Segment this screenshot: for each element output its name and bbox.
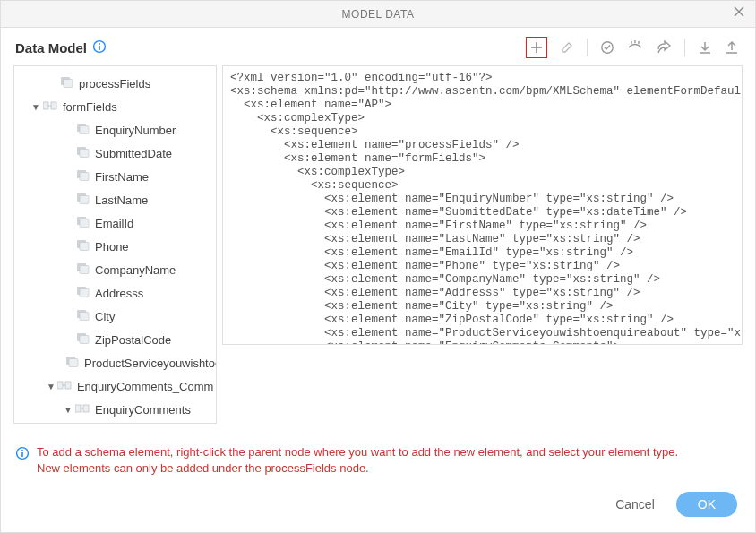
hint-row: To add a schema element, right-click the… [1,439,755,477]
svg-rect-10 [80,125,89,133]
tree-item[interactable]: CompanyName [14,258,216,281]
hint-line2: New elements can only be added under the… [37,460,678,477]
add-button[interactable] [526,37,547,58]
separator [684,39,685,56]
model-data-dialog: MODEL DATA Data Model [0,0,756,533]
tree-item-label: Phone [95,240,129,254]
cancel-button[interactable]: Cancel [615,497,655,512]
tree-item-label: LastName [95,193,148,207]
tree-item-label: ZipPostalCode [95,333,171,347]
svg-rect-30 [69,358,78,366]
svg-rect-14 [80,172,89,180]
share-icon[interactable] [656,40,672,55]
tree-item-label: EmailId [95,217,133,230]
tree-item[interactable]: Phone [14,235,216,258]
caret-icon[interactable]: ▼ [47,382,56,391]
element-icon [77,333,90,347]
separator [587,39,588,56]
element-icon [66,357,79,370]
svg-point-1 [99,43,100,45]
download-icon[interactable] [698,40,712,55]
svg-rect-18 [80,219,89,227]
titlebar: MODEL DATA [1,1,755,28]
svg-rect-6 [43,102,48,109]
svg-rect-31 [57,382,63,389]
group-icon [43,100,57,114]
tree-item[interactable]: Addresss [14,281,216,305]
svg-rect-2 [99,46,100,50]
close-icon[interactable] [730,4,748,22]
content-area: processFields▼formFieldsEnquiryNumberSub… [1,64,755,439]
svg-rect-16 [80,195,89,203]
tree-item[interactable]: LastName [14,188,216,211]
svg-rect-5 [64,79,73,87]
svg-rect-24 [80,288,89,297]
dialog-title: MODEL DATA [1,8,755,21]
visibility-off-icon[interactable] [627,40,643,55]
tree-item[interactable]: FirstName [14,165,216,188]
tree-item-label: CompanyName [95,263,176,277]
element-icon [77,263,90,277]
svg-rect-12 [80,149,89,157]
tree-item-label: SubmittedDate [95,147,172,160]
footer: Cancel OK [1,477,755,532]
svg-rect-32 [65,382,71,389]
element-icon [77,193,90,207]
group-icon [57,380,72,393]
svg-rect-20 [80,242,89,250]
tree-item-label: ProductServiceyouwishtoe [84,357,216,370]
validate-icon[interactable] [600,40,614,55]
group-icon [75,403,90,417]
svg-rect-22 [80,265,89,273]
element-icon [77,170,90,184]
tree-item[interactable]: ▼formFields [14,95,216,118]
element-icon [77,217,90,230]
header-row: Data Model [1,28,755,64]
tree-panel[interactable]: processFields▼formFieldsEnquiryNumberSub… [13,65,217,424]
tree-item-label: EnquiryComments_Comm [77,380,213,393]
tree-item-label: EnquiryNumber [95,124,176,137]
svg-point-38 [21,450,23,451]
tree-item[interactable]: ▼EnquiryComments [14,398,216,421]
toolbar [526,37,741,58]
tree-item-label: Addresss [95,287,143,300]
hint-line1: To add a schema element, right-click the… [37,444,678,460]
element-icon [77,287,90,300]
svg-rect-39 [21,452,23,457]
edit-icon[interactable] [560,40,574,55]
hint-text: To add a schema element, right-click the… [37,444,678,477]
tree-item-label: City [95,310,115,323]
element-icon [61,77,73,90]
tree-item[interactable]: ▼EnquiryComments_Comm [14,374,216,398]
tree-item-label: formFields [63,100,117,114]
svg-rect-28 [80,335,89,343]
ok-button[interactable]: OK [676,492,737,517]
tree-item[interactable]: EmailId [14,211,216,235]
caret-icon[interactable]: ▼ [63,405,73,415]
element-icon [77,147,90,160]
xml-panel[interactable]: <?xml version="1.0" encoding="utf-16"?> … [222,65,743,345]
info-icon[interactable] [92,39,107,56]
page-title: Data Model [15,40,87,56]
element-icon [77,124,90,137]
svg-rect-26 [80,312,89,320]
tree-item[interactable]: SubmittedDate [14,142,216,165]
svg-rect-35 [83,405,89,412]
info-icon [15,446,30,463]
caret-icon[interactable]: ▼ [30,102,41,112]
element-icon [77,310,90,323]
tree-item[interactable]: ProductServiceyouwishtoe [14,351,216,374]
tree-item[interactable]: EnquiryNumber [14,118,216,142]
upload-icon[interactable] [725,40,739,55]
tree-item-label: EnquiryComments [95,403,191,417]
svg-rect-34 [75,405,81,412]
tree-item[interactable]: processFields [14,72,216,95]
tree-item[interactable]: ZipPostalCode [14,328,216,351]
svg-rect-7 [51,102,56,109]
tree-item[interactable]: City [14,305,216,328]
element-icon [77,240,90,254]
tree-item-label: processFields [79,77,150,90]
tree-item-label: FirstName [95,170,149,184]
